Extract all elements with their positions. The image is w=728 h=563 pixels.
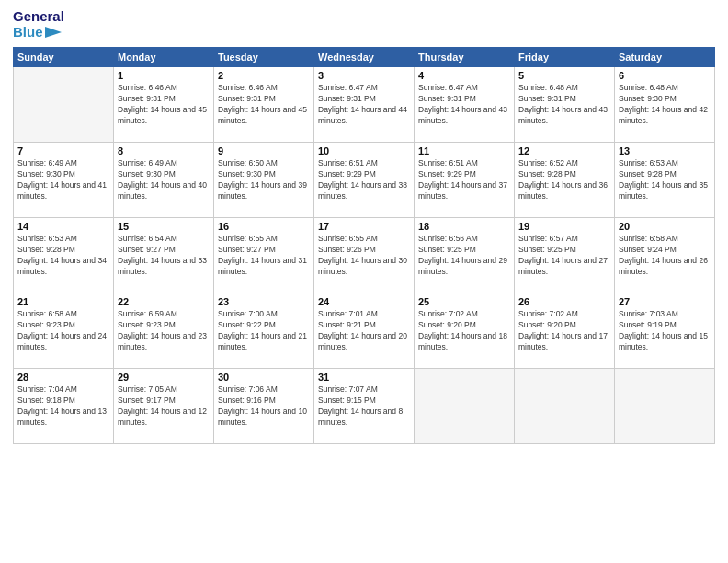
cell-info: Sunrise: 7:04 AMSunset: 9:18 PMDaylight:… [17, 385, 109, 429]
calendar-body: 1Sunrise: 6:46 AMSunset: 9:31 PMDaylight… [14, 67, 715, 444]
day-header-thursday: Thursday [415, 48, 515, 67]
logo-text: General Blue [13, 9, 64, 40]
cell-info: Sunrise: 6:49 AMSunset: 9:30 PMDaylight:… [118, 158, 210, 202]
cell-info: Sunrise: 6:55 AMSunset: 9:27 PMDaylight:… [218, 234, 310, 278]
calendar-cell: 24Sunrise: 7:01 AMSunset: 9:21 PMDayligh… [314, 293, 415, 369]
calendar-cell: 23Sunrise: 7:00 AMSunset: 9:22 PMDayligh… [214, 293, 314, 369]
cell-info: Sunrise: 7:03 AMSunset: 9:19 PMDaylight:… [619, 309, 711, 353]
day-number: 24 [318, 296, 410, 307]
day-number: 17 [318, 221, 410, 232]
cell-info: Sunrise: 7:05 AMSunset: 9:17 PMDaylight:… [118, 385, 210, 429]
cell-info: Sunrise: 6:47 AMSunset: 9:31 PMDaylight:… [318, 83, 410, 127]
calendar-cell: 5Sunrise: 6:48 AMSunset: 9:31 PMDaylight… [515, 67, 615, 143]
day-number: 15 [118, 221, 210, 232]
day-number: 14 [17, 221, 109, 232]
calendar-cell: 12Sunrise: 6:52 AMSunset: 9:28 PMDayligh… [515, 143, 615, 218]
cell-info: Sunrise: 6:53 AMSunset: 9:28 PMDaylight:… [17, 234, 109, 278]
cell-info: Sunrise: 7:02 AMSunset: 9:20 PMDaylight:… [418, 309, 510, 353]
calendar-cell: 16Sunrise: 6:55 AMSunset: 9:27 PMDayligh… [214, 218, 314, 293]
day-number: 9 [218, 145, 310, 156]
day-number: 19 [518, 221, 610, 232]
calendar-cell: 4Sunrise: 6:47 AMSunset: 9:31 PMDaylight… [415, 67, 515, 143]
cell-info: Sunrise: 7:07 AMSunset: 9:15 PMDaylight:… [318, 385, 410, 429]
cell-info: Sunrise: 7:00 AMSunset: 9:22 PMDaylight:… [218, 309, 310, 353]
logo-flag-icon [45, 27, 62, 38]
day-number: 28 [17, 372, 109, 383]
calendar-cell: 6Sunrise: 6:48 AMSunset: 9:30 PMDaylight… [615, 67, 715, 143]
week-row-0: 1Sunrise: 6:46 AMSunset: 9:31 PMDaylight… [14, 67, 715, 143]
day-number: 13 [619, 145, 711, 156]
cell-info: Sunrise: 6:58 AMSunset: 9:24 PMDaylight:… [619, 234, 711, 278]
day-number: 23 [218, 296, 310, 307]
calendar-cell: 14Sunrise: 6:53 AMSunset: 9:28 PMDayligh… [14, 218, 114, 293]
week-row-1: 7Sunrise: 6:49 AMSunset: 9:30 PMDaylight… [14, 143, 715, 218]
calendar-cell: 11Sunrise: 6:51 AMSunset: 9:29 PMDayligh… [415, 143, 515, 218]
day-header-friday: Friday [515, 48, 615, 67]
day-number: 4 [418, 70, 510, 81]
calendar-cell: 15Sunrise: 6:54 AMSunset: 9:27 PMDayligh… [114, 218, 214, 293]
cell-info: Sunrise: 7:01 AMSunset: 9:21 PMDaylight:… [318, 309, 410, 353]
cell-info: Sunrise: 6:51 AMSunset: 9:29 PMDaylight:… [318, 158, 410, 202]
day-number: 1 [118, 70, 210, 81]
cell-info: Sunrise: 6:59 AMSunset: 9:23 PMDaylight:… [118, 309, 210, 353]
day-header-wednesday: Wednesday [314, 48, 415, 67]
day-number: 26 [518, 296, 610, 307]
day-number: 11 [418, 145, 510, 156]
day-number: 31 [318, 372, 410, 383]
calendar-cell: 3Sunrise: 6:47 AMSunset: 9:31 PMDaylight… [314, 67, 415, 143]
cell-info: Sunrise: 6:46 AMSunset: 9:31 PMDaylight:… [118, 83, 210, 127]
cell-info: Sunrise: 6:47 AMSunset: 9:31 PMDaylight:… [418, 83, 510, 127]
page-container: General Blue SundayMondayTuesdayWednesda… [0, 0, 728, 563]
calendar-cell: 10Sunrise: 6:51 AMSunset: 9:29 PMDayligh… [314, 143, 415, 218]
day-header-sunday: Sunday [14, 48, 114, 67]
calendar-cell: 9Sunrise: 6:50 AMSunset: 9:30 PMDaylight… [214, 143, 314, 218]
day-number: 18 [418, 221, 510, 232]
calendar-cell: 7Sunrise: 6:49 AMSunset: 9:30 PMDaylight… [14, 143, 114, 218]
cell-info: Sunrise: 6:56 AMSunset: 9:25 PMDaylight:… [418, 234, 510, 278]
calendar-cell: 18Sunrise: 6:56 AMSunset: 9:25 PMDayligh… [415, 218, 515, 293]
cell-info: Sunrise: 7:02 AMSunset: 9:20 PMDaylight:… [518, 309, 610, 353]
calendar-cell: 31Sunrise: 7:07 AMSunset: 9:15 PMDayligh… [314, 369, 415, 444]
day-header-tuesday: Tuesday [214, 48, 314, 67]
week-row-2: 14Sunrise: 6:53 AMSunset: 9:28 PMDayligh… [14, 218, 715, 293]
calendar-cell: 13Sunrise: 6:53 AMSunset: 9:28 PMDayligh… [615, 143, 715, 218]
week-row-3: 21Sunrise: 6:58 AMSunset: 9:23 PMDayligh… [14, 293, 715, 369]
day-number: 3 [318, 70, 410, 81]
calendar-cell [14, 67, 114, 143]
cell-info: Sunrise: 6:51 AMSunset: 9:29 PMDaylight:… [418, 158, 510, 202]
calendar-cell: 27Sunrise: 7:03 AMSunset: 9:19 PMDayligh… [615, 293, 715, 369]
calendar-cell: 8Sunrise: 6:49 AMSunset: 9:30 PMDaylight… [114, 143, 214, 218]
week-row-4: 28Sunrise: 7:04 AMSunset: 9:18 PMDayligh… [14, 369, 715, 444]
cell-info: Sunrise: 7:06 AMSunset: 9:16 PMDaylight:… [218, 385, 310, 429]
cell-info: Sunrise: 6:58 AMSunset: 9:23 PMDaylight:… [17, 309, 109, 353]
logo: General Blue [13, 9, 64, 40]
day-header-monday: Monday [114, 48, 214, 67]
calendar-cell [615, 369, 715, 444]
calendar-cell [415, 369, 515, 444]
calendar-cell: 21Sunrise: 6:58 AMSunset: 9:23 PMDayligh… [14, 293, 114, 369]
cell-info: Sunrise: 6:53 AMSunset: 9:28 PMDaylight:… [619, 158, 711, 202]
day-number: 8 [118, 145, 210, 156]
day-header-saturday: Saturday [615, 48, 715, 67]
calendar-cell: 28Sunrise: 7:04 AMSunset: 9:18 PMDayligh… [14, 369, 114, 444]
cell-info: Sunrise: 6:46 AMSunset: 9:31 PMDaylight:… [218, 83, 310, 127]
day-number: 16 [218, 221, 310, 232]
cell-info: Sunrise: 6:55 AMSunset: 9:26 PMDaylight:… [318, 234, 410, 278]
calendar-cell: 17Sunrise: 6:55 AMSunset: 9:26 PMDayligh… [314, 218, 415, 293]
day-number: 2 [218, 70, 310, 81]
cell-info: Sunrise: 6:50 AMSunset: 9:30 PMDaylight:… [218, 158, 310, 202]
calendar-cell: 20Sunrise: 6:58 AMSunset: 9:24 PMDayligh… [615, 218, 715, 293]
day-number: 7 [17, 145, 109, 156]
day-number: 5 [518, 70, 610, 81]
cell-info: Sunrise: 6:49 AMSunset: 9:30 PMDaylight:… [17, 158, 109, 202]
cell-info: Sunrise: 6:52 AMSunset: 9:28 PMDaylight:… [518, 158, 610, 202]
day-number: 12 [518, 145, 610, 156]
day-number: 27 [619, 296, 711, 307]
day-number: 21 [17, 296, 109, 307]
calendar-cell: 30Sunrise: 7:06 AMSunset: 9:16 PMDayligh… [214, 369, 314, 444]
calendar-cell: 2Sunrise: 6:46 AMSunset: 9:31 PMDaylight… [214, 67, 314, 143]
cell-info: Sunrise: 6:57 AMSunset: 9:25 PMDaylight:… [518, 234, 610, 278]
day-number: 29 [118, 372, 210, 383]
calendar-cell: 22Sunrise: 6:59 AMSunset: 9:23 PMDayligh… [114, 293, 214, 369]
calendar-cell: 25Sunrise: 7:02 AMSunset: 9:20 PMDayligh… [415, 293, 515, 369]
